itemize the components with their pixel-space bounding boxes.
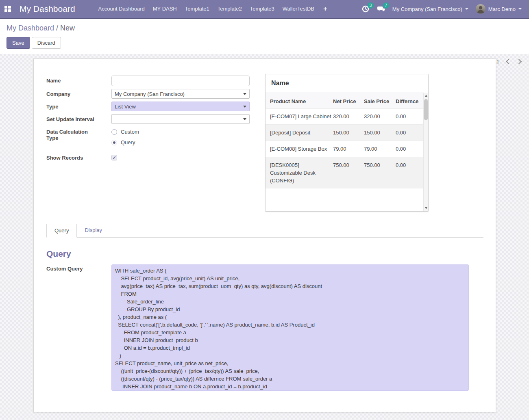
caret-down-icon: [243, 106, 246, 108]
notebook-tabs: Query Display: [46, 224, 483, 238]
cell-value: 150.00: [364, 125, 396, 141]
type-select[interactable]: List View: [111, 102, 250, 111]
radio-button-icon[interactable]: [111, 129, 117, 135]
preview-card-title: Name: [266, 74, 428, 92]
triangle-down-icon: [425, 207, 427, 209]
radio-option-custom[interactable]: Custom: [111, 129, 250, 135]
data-calculation-type-label: Data Calculation Type: [46, 126, 106, 152]
person-icon: [476, 4, 485, 14]
show-records-checkbox[interactable]: [111, 155, 117, 160]
cell-value: 320.00: [333, 108, 364, 125]
scroll-up-button[interactable]: [424, 93, 428, 98]
column-header-sale-price: Sale Price: [364, 92, 396, 108]
caret-down-icon: [518, 8, 522, 10]
pager-previous-button[interactable]: [506, 59, 511, 64]
company-field-label: Company: [46, 89, 106, 101]
form-fields: Name Company My Company (San Francisco) …: [46, 75, 250, 163]
update-interval-select[interactable]: [111, 114, 250, 124]
cell-value: 79.00: [364, 141, 396, 157]
add-menu-button[interactable]: +: [318, 0, 332, 18]
column-header-net-price: Net Price: [333, 92, 364, 108]
app-title[interactable]: My Dashboard: [20, 4, 75, 14]
navbar-menu-item[interactable]: WallerTestDB: [279, 0, 318, 18]
breadcrumb-separator: /: [56, 24, 58, 32]
pager-next-button[interactable]: [516, 59, 522, 64]
scrollbar-thumb[interactable]: [424, 99, 428, 120]
caret-down-icon: [243, 118, 246, 120]
company-switcher-label: My Company (San Francisco): [392, 6, 462, 12]
apps-menu-icon[interactable]: [4, 6, 11, 12]
column-header-differnce: Differnce: [396, 92, 423, 108]
scroll-down-button[interactable]: [424, 205, 428, 211]
navbar-menu-item[interactable]: MY DASH: [149, 0, 181, 18]
query-section-heading: Query: [46, 249, 71, 259]
cell-product-name: [E-COM08] Storage Box: [266, 141, 333, 157]
triangle-up-icon: [425, 95, 427, 97]
cell-value: 0.00: [396, 108, 423, 125]
radio-button-icon[interactable]: [111, 140, 117, 145]
cell-product-name: [Deposit] Deposit: [266, 125, 333, 141]
preview-scrollbar[interactable]: [423, 93, 428, 211]
cell-value: 79.00: [333, 141, 364, 157]
table-row[interactable]: [E-COM08] Storage Box79.0079.000.00: [266, 141, 423, 157]
form-sheet: Name Company My Company (San Francisco) …: [33, 58, 496, 412]
table-row[interactable]: [Deposit] Deposit150.00150.000.00: [266, 125, 423, 141]
custom-query-textarea[interactable]: WITH sale_order AS ( SELECT product_id, …: [111, 264, 469, 391]
cell-value: 150.00: [333, 125, 364, 141]
company-select-value: My Company (San Francisco): [115, 91, 185, 97]
cell-value: 0.00: [396, 157, 423, 189]
custom-query-label: Custom Query: [46, 266, 83, 272]
tab-display[interactable]: Display: [77, 224, 110, 237]
company-switcher[interactable]: My Company (San Francisco): [392, 6, 468, 12]
table-row[interactable]: [E-COM07] Large Cabinet320.00320.000.00: [266, 108, 423, 125]
save-button[interactable]: Save: [7, 37, 30, 49]
data-calculation-type-options: CustomQuery: [106, 126, 250, 152]
cell-product-name: [E-COM07] Large Cabinet: [266, 108, 333, 125]
caret-down-icon: [465, 8, 468, 10]
user-menu[interactable]: Marc Demo: [476, 4, 522, 14]
user-name: Marc Demo: [488, 6, 516, 12]
breadcrumb-current: New: [60, 24, 75, 32]
cell-value: 0.00: [396, 125, 423, 141]
radio-option-label: Query: [121, 139, 135, 145]
cell-value: 320.00: [364, 108, 396, 125]
discard-button[interactable]: Discard: [32, 37, 61, 49]
tab-query[interactable]: Query: [46, 224, 77, 238]
preview-table-body: [E-COM07] Large Cabinet320.00320.000.00[…: [266, 108, 423, 189]
caret-down-icon: [243, 93, 246, 95]
type-select-value: List View: [115, 104, 136, 110]
navbar-menu-item[interactable]: Account Dashboard: [94, 0, 149, 18]
navbar-right: 3 7 My Company (San Francisco) Marc Demo: [361, 4, 529, 14]
cell-value: 0.00: [396, 141, 423, 157]
messages-badge: 7: [383, 2, 389, 9]
company-select[interactable]: My Company (San Francisco): [111, 89, 250, 99]
navbar-menu-item[interactable]: Template1: [181, 0, 213, 18]
avatar: [476, 4, 485, 14]
cell-value: 750.00: [333, 157, 364, 189]
navbar-menu-item[interactable]: Template3: [246, 0, 279, 18]
table-row[interactable]: [DESK0005] Customizable Desk (CONFIG)750…: [266, 157, 423, 189]
navbar-menu: Account DashboardMY DASHTemplate1Templat…: [94, 0, 332, 18]
activity-menu[interactable]: 3: [361, 5, 370, 13]
preview-table: Product Name Net Price Sale Price Differ…: [266, 92, 423, 188]
messages-menu[interactable]: 7: [377, 5, 385, 13]
column-header-product-name: Product Name: [266, 92, 333, 108]
breadcrumb-parent-link[interactable]: My Dashboard: [7, 24, 54, 32]
table-header-row: Product Name Net Price Sale Price Differ…: [266, 92, 423, 108]
dashboard-preview-card: Name Product Name Net Price Sale Price D…: [265, 74, 429, 212]
name-field-label: Name: [46, 75, 106, 89]
control-panel: My Dashboard/New Save Discard 1 / 1: [0, 19, 529, 54]
cell-product-name: [DESK0005] Customizable Desk (CONFIG): [266, 157, 333, 189]
navbar-menu-item[interactable]: Template2: [213, 0, 246, 18]
field-divider: [106, 263, 106, 394]
name-input[interactable]: [111, 76, 250, 86]
update-interval-field-label: Set Update Interval: [46, 114, 106, 126]
activity-badge: 3: [368, 2, 374, 9]
radio-option-label: Custom: [121, 129, 139, 135]
cell-value: 750.00: [364, 157, 396, 189]
show-records-label: Show Records: [46, 152, 106, 163]
top-navbar: My Dashboard Account DashboardMY DASHTem…: [0, 0, 529, 19]
radio-option-query[interactable]: Query: [111, 139, 250, 145]
control-panel-buttons: Save Discard: [7, 37, 529, 49]
breadcrumb: My Dashboard/New: [0, 19, 529, 32]
